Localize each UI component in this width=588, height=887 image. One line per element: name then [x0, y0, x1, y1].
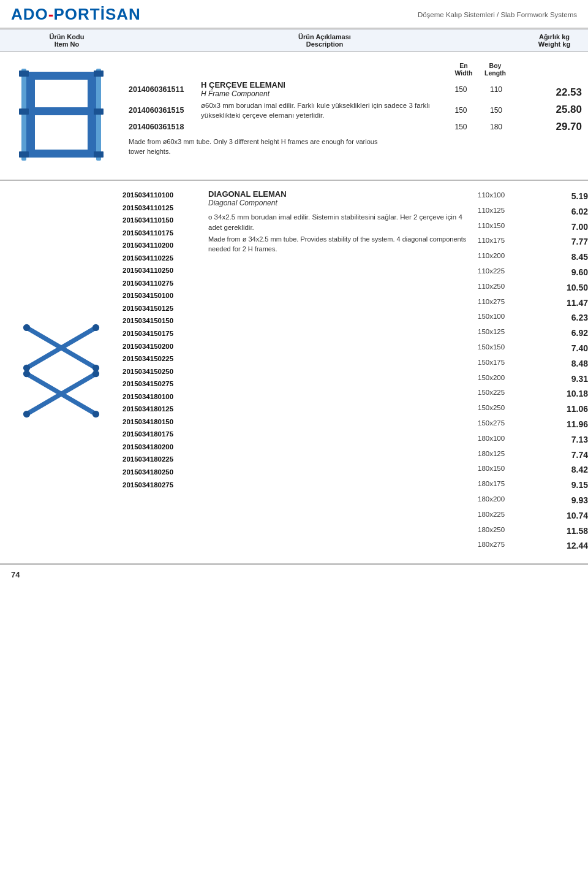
page-number: 74: [11, 570, 20, 579]
diagonal-dims: 110x1005.19110x1256.02110x1507.00110x175…: [478, 188, 588, 554]
diagonal-dim-row-4: 110x2008.45: [478, 250, 588, 265]
svg-rect-9: [19, 151, 29, 158]
diagonal-dim-0: 110x100: [478, 189, 518, 204]
diagonal-code-14: 2015034150250: [123, 366, 202, 378]
diagonal-weight-14: 11.06: [557, 402, 588, 417]
svg-rect-4: [26, 107, 96, 115]
diagonal-dim-12: 150x200: [478, 372, 518, 387]
svg-rect-10: [94, 70, 104, 77]
hframe-desc-tr: ø60x3 mm borudan imal edilir. Farklı kul…: [201, 101, 444, 120]
diagonal-weight-6: 10.50: [557, 281, 588, 295]
diagonal-weight-1: 6.02: [557, 205, 588, 219]
diagonal-code-5: 2015034110225: [123, 253, 202, 265]
diagonal-dim-22: 180x250: [478, 524, 518, 539]
diagonal-weight-10: 7.40: [557, 341, 588, 356]
svg-rect-2: [26, 72, 96, 80]
hframe-weight-2: 25.80: [527, 104, 582, 116]
diagonal-name-tr: DIAGONAL ELEMAN: [208, 189, 472, 199]
column-headers: Ürün Kodu Item No Ürün Açıklaması Descri…: [0, 29, 588, 52]
diagonal-code-18: 2015034180150: [123, 416, 202, 428]
diagonal-dim-18: 180x150: [478, 463, 518, 478]
hframe-row-1: 2014060361511 H ÇERÇEVE ELEMANI H Frame …: [129, 80, 514, 98]
diagonal-dim-10: 150x150: [478, 341, 518, 356]
diagonal-code-16: 2015034180100: [123, 391, 202, 403]
diagonal-codes: 2015034110100201503411012520150341101502…: [123, 188, 202, 554]
diagonal-weight-13: 10.18: [557, 387, 588, 402]
diagonal-code-23: 2015034180275: [123, 479, 202, 492]
diagonal-weight-19: 9.15: [557, 478, 588, 493]
diagonal-weight-2: 7.00: [557, 220, 588, 235]
diagonal-dim-row-9: 150x1256.92: [478, 326, 588, 341]
diagonal-dim-row-14: 150x25011.06: [478, 402, 588, 417]
diagonal-dim-9: 150x125: [478, 326, 518, 341]
diagonal-weight-0: 5.19: [557, 189, 588, 204]
diagonal-dim-row-22: 180x25011.58: [478, 524, 588, 539]
diagonal-dim-row-1: 110x1256.02: [478, 205, 588, 219]
diagonal-dim-20: 180x200: [478, 493, 518, 508]
diagonal-code-20: 2015034180200: [123, 441, 202, 454]
diagonal-dim-row-8: 150x1006.23: [478, 311, 588, 325]
section-hframe: EnWidth BoyLength 2014060361511 H ÇERÇEV…: [0, 52, 588, 181]
diagonal-code-22: 2015034180250: [123, 466, 202, 479]
diagonal-dim-row-15: 150x27511.96: [478, 417, 588, 432]
hframe-name-tr: H ÇERÇEVE ELEMANI: [201, 80, 444, 89]
diagonal-dim-19: 180x175: [478, 478, 518, 493]
svg-point-23: [23, 411, 30, 417]
diagonal-dim-row-18: 180x1508.42: [478, 463, 588, 478]
diagonal-desc-en: Made from ø 34x2.5 mm tube. Provides sta…: [208, 235, 472, 254]
diagonal-image: [0, 188, 123, 554]
diagonal-dim-15: 150x275: [478, 417, 518, 432]
diagonal-weight-18: 8.42: [557, 463, 588, 478]
diagonal-desc-block: DIAGONAL ELEMAN Diagonal Component o 34x…: [208, 188, 472, 554]
page-footer: 74: [0, 565, 588, 584]
diagonal-dim-row-7: 110x27511.47: [478, 296, 588, 311]
diagonal-code-11: 2015034150175: [123, 328, 202, 340]
diagonal-weight-16: 7.13: [557, 433, 588, 447]
diagonal-dim-row-19: 180x1759.15: [478, 478, 588, 493]
diagonal-code-19: 2015034180175: [123, 428, 202, 441]
diagonal-weight-4: 8.45: [557, 250, 588, 265]
diagonal-weight-21: 10.74: [557, 509, 588, 523]
svg-rect-8: [19, 108, 29, 115]
diagonal-weight-17: 7.74: [557, 448, 588, 463]
diagonal-svg: [18, 322, 104, 420]
hframe-en-3: 150: [444, 123, 478, 131]
diagonal-weight-5: 9.60: [557, 265, 588, 280]
section-diagonal: 2015034110100201503411012520150341101502…: [0, 181, 588, 565]
diagonal-dim-row-5: 110x2259.60: [478, 265, 588, 280]
logo-ado: ADO: [11, 5, 48, 24]
diagonal-dim-13: 150x225: [478, 387, 518, 402]
header-tagline: Döşeme Kalıp Sistemleri / Slab Formwork …: [418, 11, 577, 18]
hframe-weight-1: 22.53: [527, 86, 582, 99]
diagonal-code-8: 2015034150100: [123, 290, 202, 302]
hframe-code-1: 2014060361511: [129, 85, 201, 94]
diagonal-dim-21: 180x225: [478, 509, 518, 523]
col-header-urun: Ürün Kodu Item No: [0, 33, 123, 48]
hframe-boy-2: 150: [478, 106, 514, 115]
diagonal-dim-row-0: 110x1005.19: [478, 189, 588, 204]
diagonal-code-15: 2015034150275: [123, 378, 202, 390]
hframe-en-2: 150: [444, 106, 478, 115]
diagonal-dim-row-11: 150x1758.48: [478, 357, 588, 371]
diagonal-dim-row-12: 150x2009.31: [478, 372, 588, 387]
hframe-row-2: 2014060361515 ø60x3 mm borudan imal edil…: [129, 101, 514, 120]
hframe-row-3: 2014060361518 150 180: [129, 123, 514, 131]
diagonal-weight-11: 8.48: [557, 357, 588, 371]
diagonal-code-10: 2015034150150: [123, 315, 202, 327]
diagonal-dim-6: 110x250: [478, 281, 518, 295]
diagonal-name-en: Diagonal Component: [208, 199, 472, 207]
diagonal-code-2: 2015034110150: [123, 215, 202, 227]
diagonal-code-7: 2015034110275: [123, 278, 202, 290]
diagonal-main: 2015034110100201503411012520150341101502…: [123, 188, 588, 554]
svg-point-24: [92, 411, 99, 417]
svg-point-21: [23, 370, 30, 377]
diagonal-dim-1: 110x125: [478, 205, 518, 219]
col-header-agirlik: Ağırlık kg Weight kg: [521, 33, 588, 48]
diagonal-dim-8: 150x100: [478, 311, 518, 325]
page-header: ADO - PORTİSAN Döşeme Kalıp Sistemleri /…: [0, 0, 588, 29]
diagonal-code-0: 2015034110100: [123, 189, 202, 202]
diagonal-code-17: 2015034180125: [123, 403, 202, 416]
diagonal-code-3: 2015034110175: [123, 227, 202, 240]
svg-rect-12: [94, 151, 104, 158]
diagonal-dim-7: 110x275: [478, 296, 518, 311]
